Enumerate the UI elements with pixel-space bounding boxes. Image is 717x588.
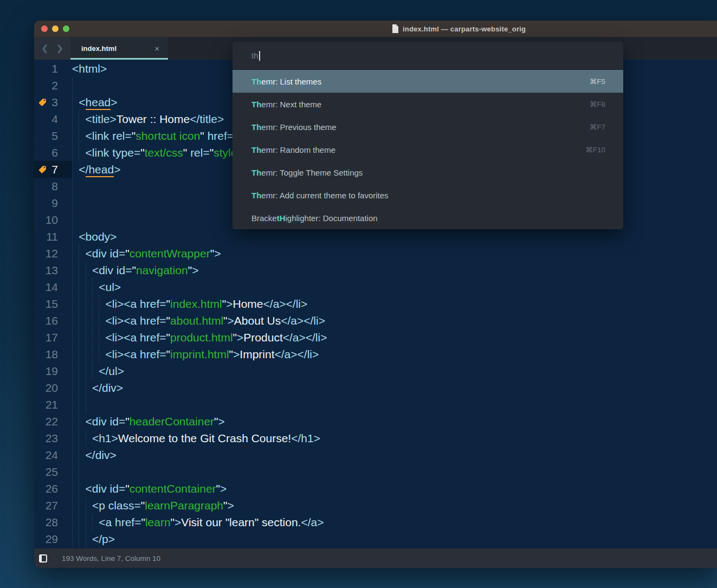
code-line[interactable]: 29</p> xyxy=(34,531,717,547)
indent-guide xyxy=(72,312,79,329)
indent-guide xyxy=(86,262,92,279)
line-number[interactable]: 18 xyxy=(34,346,72,363)
code-line[interactable]: 22<div id="headerContainer"> xyxy=(34,413,717,430)
line-number[interactable]: 29 xyxy=(34,531,72,547)
code-token: </title> xyxy=(190,113,224,125)
panel-toggle-icon[interactable] xyxy=(39,554,47,563)
palette-item[interactable]: BracketHighlighter: Documentation xyxy=(232,206,623,229)
code-token: </a></li> xyxy=(281,314,325,327)
code-line[interactable]: 23<h1>Welcome to the Git Crash Course!</… xyxy=(34,430,717,447)
code-token: Product xyxy=(243,331,282,344)
minimize-window-button[interactable] xyxy=(52,25,59,32)
palette-item[interactable]: Themr: List themes⌘F5 xyxy=(232,70,623,93)
code-token: <li><a href= xyxy=(105,314,166,327)
code-line[interactable]: 16<li><a href="about.html">About Us</a><… xyxy=(34,312,717,329)
code-line[interactable]: 15<li><a href="index.html">Home</a></li> xyxy=(34,295,717,312)
tab-close-icon[interactable]: × xyxy=(154,44,159,53)
line-number[interactable]: 15 xyxy=(34,295,72,312)
code-line[interactable]: 21 xyxy=(34,396,717,413)
line-number-label: 22 xyxy=(46,415,58,428)
indent-guide xyxy=(79,430,85,447)
indent-guide xyxy=(92,514,99,531)
line-number-label: 13 xyxy=(46,264,58,276)
palette-item[interactable]: Themr: Toggle Theme Settings xyxy=(232,161,623,184)
code-token: <h1> xyxy=(92,432,118,444)
item-label-match: Th xyxy=(251,145,261,154)
zoom-window-button[interactable] xyxy=(63,25,69,32)
code-token: " xyxy=(166,348,170,360)
code-text xyxy=(72,463,86,480)
line-number[interactable]: 9 xyxy=(34,195,72,211)
code-token: > xyxy=(227,499,234,512)
code-line[interactable]: 19</ul> xyxy=(34,363,717,379)
indent-guide xyxy=(86,279,92,295)
indent-guide xyxy=(72,514,79,531)
line-number[interactable]: 14 xyxy=(34,279,72,295)
line-number[interactable]: 20 xyxy=(34,379,72,396)
palette-item[interactable]: Themr: Previous theme⌘F7 xyxy=(232,115,623,138)
line-number[interactable]: 12 xyxy=(34,245,72,262)
item-label-pre: Bracke xyxy=(251,214,277,223)
line-number[interactable]: 8 xyxy=(34,178,72,195)
code-token: head xyxy=(86,96,111,110)
code-token: < xyxy=(79,96,85,108)
line-number[interactable]: 24 xyxy=(34,447,72,463)
command-palette-input[interactable]: th xyxy=(232,42,623,70)
forward-icon[interactable]: ❯ xyxy=(56,43,63,53)
code-line[interactable]: 20</div> xyxy=(34,379,717,396)
code-line[interactable]: 25 xyxy=(34,463,717,480)
line-number[interactable]: 27 xyxy=(34,497,72,514)
code-line[interactable]: 14<ul> xyxy=(34,279,717,295)
code-text: </ul> xyxy=(72,363,124,379)
line-number[interactable]: 3 xyxy=(34,94,72,111)
palette-item[interactable]: Themr: Random theme⌘F10 xyxy=(232,138,623,161)
line-number[interactable]: 22 xyxy=(34,413,72,430)
line-number[interactable]: 23 xyxy=(34,430,72,447)
line-number[interactable]: 25 xyxy=(34,463,72,480)
code-line[interactable]: 27<p class="learnParagraph"> xyxy=(34,497,717,514)
code-line[interactable]: 28<a href="learn">Visit our "learn" sect… xyxy=(34,514,717,531)
line-number[interactable]: 6 xyxy=(34,144,72,161)
code-line[interactable]: 26<div id="contentContainer"> xyxy=(34,480,717,497)
line-number[interactable]: 4 xyxy=(34,111,72,127)
palette-item[interactable]: Themr: Next theme⌘F8 xyxy=(232,93,623,115)
indent-guide xyxy=(79,396,85,413)
indent-guide xyxy=(79,262,85,279)
code-line[interactable]: 17<li><a href="product.html">Product</a>… xyxy=(34,329,717,346)
line-number[interactable]: 5 xyxy=(34,127,72,144)
line-number[interactable]: 17 xyxy=(34,329,72,346)
code-text: <ul> xyxy=(72,279,121,295)
indent-guide xyxy=(86,497,92,514)
code-line[interactable]: 13<div id="navigation"> xyxy=(34,262,717,279)
line-number-label: 28 xyxy=(46,516,58,528)
line-number[interactable]: 19 xyxy=(34,363,72,379)
line-number-label: 14 xyxy=(46,281,58,293)
tab-index-html[interactable]: index.html × xyxy=(70,37,168,60)
line-number[interactable]: 2 xyxy=(34,77,72,94)
line-number[interactable]: 11 xyxy=(34,228,72,245)
code-token: " xyxy=(132,264,135,276)
line-number[interactable]: 10 xyxy=(34,211,72,228)
palette-item[interactable]: Themr: Add current theme to favorites xyxy=(232,184,623,206)
line-number[interactable]: 16 xyxy=(34,312,72,329)
code-token: About Us xyxy=(234,314,281,327)
code-token: > xyxy=(218,415,225,428)
item-label-post: emr: Toggle Theme Settings xyxy=(261,168,363,177)
code-token: href= xyxy=(204,130,234,142)
code-text xyxy=(72,195,79,211)
code-line[interactable]: 24</div> xyxy=(34,447,717,463)
line-number[interactable]: 26 xyxy=(34,480,72,497)
code-token: </ul> xyxy=(99,365,124,377)
line-number[interactable]: 13 xyxy=(34,262,72,279)
code-line[interactable]: 12<div id="contentWrapper"> xyxy=(34,245,717,262)
code-line[interactable]: 11<body> xyxy=(34,228,717,245)
line-number[interactable]: 1 xyxy=(34,60,72,77)
line-number[interactable]: 21 xyxy=(34,396,72,413)
line-number[interactable]: 28 xyxy=(34,514,72,531)
close-window-button[interactable] xyxy=(41,25,48,32)
code-line[interactable]: 18<li><a href="imprint.html">Imprint</a>… xyxy=(34,346,717,363)
line-number[interactable]: 7 xyxy=(34,161,72,178)
code-token: > xyxy=(214,247,221,260)
back-icon[interactable]: ❮ xyxy=(41,43,48,53)
indent-guide xyxy=(79,447,85,463)
